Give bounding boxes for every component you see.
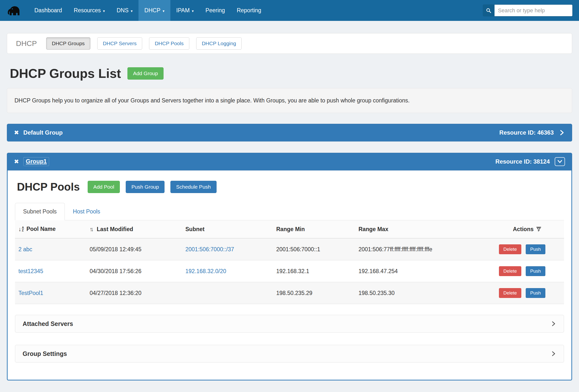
column-label: Last Modified: [97, 226, 133, 233]
delete-button[interactable]: Delete: [499, 266, 521, 276]
nav-item-dashboard[interactable]: Dashboard: [28, 0, 68, 21]
add-group-button[interactable]: Add Group: [128, 67, 164, 79]
push-group-button[interactable]: Push Group: [126, 181, 164, 193]
accordion-label: Group Settings: [23, 350, 67, 357]
section-label: DHCP: [16, 39, 37, 48]
top-navbar: Dashboard Resources ▾ DNS ▾ DHCP ▾ IPAM …: [0, 0, 579, 21]
last-modified-value: 05/09/2018 12:49:45: [90, 246, 142, 252]
range-max-value: 192.168.47.254: [359, 268, 398, 274]
push-button[interactable]: Push: [526, 244, 545, 254]
sort-alpha-asc-icon[interactable]: ↓ A Z: [18, 226, 24, 232]
range-min-value: 2001:506:7000::1: [276, 246, 320, 252]
subnet-link[interactable]: 2001:506:7000::/37: [185, 246, 234, 252]
last-modified-value: 04/30/2018 17:56:26: [90, 268, 142, 274]
caret-down-icon: ▾: [192, 9, 194, 13]
chevron-down-icon[interactable]: [555, 157, 565, 166]
nav-label: Dashboard: [34, 7, 62, 14]
brand-logo[interactable]: [5, 0, 23, 21]
nav-item-resources[interactable]: Resources ▾: [68, 0, 111, 21]
pool-table-row: test12345 04/30/2018 17:56:26 192.168.32…: [15, 260, 564, 282]
tab-subnet-pools[interactable]: Subnet Pools: [15, 203, 65, 220]
chevron-right-icon: [551, 351, 556, 357]
push-button[interactable]: Push: [526, 266, 545, 276]
close-icon[interactable]: ✖: [14, 159, 19, 164]
column-header-actions[interactable]: Actions: [493, 220, 564, 238]
group1-panel-body: DHCP Pools Add Pool Push Group Schedule …: [7, 170, 572, 381]
pool-name-link[interactable]: test12345: [18, 268, 43, 274]
column-header-pool-name[interactable]: ↓ A Z Pool Name: [15, 220, 86, 238]
last-modified-value: 04/27/2018 12:36:20: [90, 290, 142, 296]
accordion-attached-servers[interactable]: Attached Servers: [15, 315, 564, 332]
add-pool-button[interactable]: Add Pool: [88, 181, 120, 193]
page-content: DHCP DHCP Groups DHCP Servers DHCP Pools…: [0, 21, 579, 392]
table-header-row: ↓ A Z Pool Name ↑: [15, 220, 564, 238]
pool-table-row: 2 abc 05/09/2018 12:49:45 2001:506:7000:…: [15, 238, 564, 260]
nav-label: Resources: [74, 7, 101, 14]
column-header-subnet[interactable]: Subnet: [182, 220, 273, 238]
search-icon[interactable]: [483, 4, 495, 16]
subnav-button-dhcp-groups[interactable]: DHCP Groups: [46, 37, 90, 50]
pools-header: DHCP Pools Add Pool Push Group Schedule …: [17, 181, 564, 193]
column-header-range-min[interactable]: Range Min: [273, 220, 355, 238]
page-title-row: DHCP Groups List Add Group: [10, 66, 572, 81]
nav-label: DNS: [117, 7, 129, 14]
groups-description: DHCP Groups help you to organize all of …: [7, 88, 572, 113]
column-label: Range Min: [276, 226, 305, 232]
elephant-logo-icon: [7, 4, 21, 17]
caret-down-icon: ▾: [103, 9, 105, 13]
close-icon[interactable]: ✖: [14, 130, 19, 136]
resource-id-label: Resource ID: 38124: [496, 158, 550, 165]
subnav-button-dhcp-servers[interactable]: DHCP Servers: [97, 37, 142, 50]
range-min-value: 192.168.32.1: [276, 268, 309, 274]
range-min-value: 198.50.235.29: [276, 290, 312, 296]
pools-title: DHCP Pools: [17, 181, 80, 193]
subnet-link[interactable]: 192.168.32.0/20: [185, 268, 226, 274]
nav-item-reporting[interactable]: Reporting: [231, 0, 267, 21]
global-search-input[interactable]: [495, 4, 573, 16]
delete-button[interactable]: Delete: [499, 244, 521, 254]
push-button[interactable]: Push: [526, 288, 545, 298]
chevron-right-icon: [551, 321, 556, 327]
nav-label: DHCP: [145, 7, 160, 14]
subnav-button-dhcp-pools[interactable]: DHCP Pools: [149, 37, 189, 50]
accordion-label: Attached Servers: [23, 320, 73, 327]
nav-item-peering[interactable]: Peering: [200, 0, 231, 21]
column-label: Range Max: [359, 226, 388, 232]
group-header-right: Resource ID: 38124: [496, 157, 565, 166]
nav-item-dhcp[interactable]: DHCP ▾: [139, 0, 170, 21]
main-nav: Dashboard Resources ▾ DNS ▾ DHCP ▾ IPAM …: [28, 0, 267, 21]
nav-item-dns[interactable]: DNS ▾: [111, 0, 139, 21]
pools-tabs: Subnet Pools Host Pools: [15, 203, 564, 220]
column-label: Actions: [513, 226, 534, 233]
pool-name-link[interactable]: 2 abc: [18, 246, 32, 252]
caret-down-icon: ▾: [131, 9, 133, 13]
dhcp-subnav: DHCP DHCP Groups DHCP Servers DHCP Pools…: [7, 33, 572, 54]
resource-id-label: Resource ID: 46363: [500, 129, 554, 136]
group-name-link[interactable]: Group1: [23, 157, 49, 166]
nav-item-ipam[interactable]: IPAM ▾: [170, 0, 200, 21]
group-header-default-group[interactable]: ✖ Default Group Resource ID: 46363: [7, 124, 572, 142]
nav-label: IPAM: [176, 7, 190, 14]
tab-host-pools[interactable]: Host Pools: [65, 203, 108, 220]
column-header-last-modified[interactable]: ↑↓ Last Modified: [86, 220, 182, 238]
chevron-right-icon[interactable]: [559, 129, 565, 136]
group-header-group1[interactable]: ✖ Group1 Resource ID: 38124: [7, 153, 572, 170]
delete-button[interactable]: Delete: [499, 288, 521, 298]
column-label: Pool Name: [26, 226, 56, 232]
nav-label: Peering: [206, 7, 225, 14]
caret-down-icon: ▾: [162, 9, 164, 13]
column-header-range-max[interactable]: Range Max: [355, 220, 493, 238]
subnav-button-dhcp-logging[interactable]: DHCP Logging: [196, 37, 242, 50]
range-max-value: 198.50.235.30: [359, 290, 395, 296]
column-label: Subnet: [185, 226, 205, 232]
pool-name-link[interactable]: TestPool1: [18, 290, 43, 296]
schedule-push-button[interactable]: Schedule Push: [170, 181, 216, 193]
filter-icon[interactable]: [536, 227, 541, 232]
accordion-group-settings[interactable]: Group Settings: [15, 345, 564, 363]
subnet-pools-table: ↓ A Z Pool Name ↑: [15, 220, 564, 304]
sort-updown-icon[interactable]: ↑↓: [90, 226, 94, 233]
pool-table-row: TestPool1 04/27/2018 12:36:20 198.50.235…: [15, 282, 564, 304]
group-panel-group1: ✖ Group1 Resource ID: 38124 DHCP Pools A…: [7, 153, 572, 381]
group-name: Default Group: [23, 129, 63, 136]
range-max-value: 2001:506:77ff:ffff:ffff:ffff:ffff:fffe: [359, 246, 433, 252]
